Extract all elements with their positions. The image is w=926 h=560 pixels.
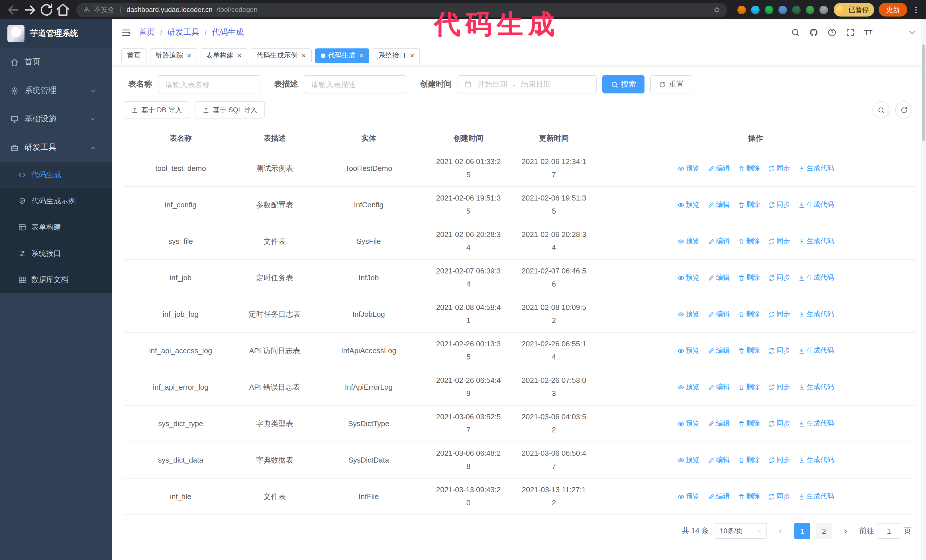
tab-close-icon[interactable]: ×	[187, 52, 191, 59]
action-sync-link[interactable]: 同步	[768, 200, 790, 210]
action-generate-link[interactable]: 生成代码	[798, 236, 834, 246]
action-edit-link[interactable]: 编辑	[707, 419, 730, 429]
breadcrumb-tools[interactable]: 研发工具	[168, 27, 200, 38]
import-db-button[interactable]: 基于 DB 导入	[124, 101, 189, 118]
tab-2[interactable]: 表单构建×	[200, 48, 247, 63]
check-extension-icon[interactable]	[765, 5, 773, 14]
fox-extension-icon[interactable]	[737, 5, 746, 14]
action-preview-link[interactable]: 预览	[677, 455, 699, 465]
sidebar-item-3[interactable]: 研发工具	[0, 133, 112, 162]
action-preview-link[interactable]: 预览	[677, 163, 699, 173]
sidebar-item-0[interactable]: 首页	[0, 48, 112, 76]
action-generate-link[interactable]: 生成代码	[798, 492, 834, 501]
forward-icon[interactable]	[22, 2, 38, 17]
action-preview-link[interactable]: 预览	[677, 309, 699, 319]
sidebar-collapse-icon[interactable]	[121, 28, 131, 37]
action-delete-link[interactable]: 删除	[738, 382, 760, 392]
submenu-item-2[interactable]: 表单构建	[0, 214, 112, 240]
bookmark-star-icon[interactable]	[713, 6, 720, 13]
leaf-extension-icon[interactable]	[806, 5, 814, 14]
sidebar-item-2[interactable]: 基础设施	[0, 105, 112, 133]
next-page-button[interactable]: ›	[838, 523, 853, 539]
breadcrumb-codegen[interactable]: 代码生成	[212, 27, 244, 38]
action-delete-link[interactable]: 删除	[738, 273, 760, 282]
tab-close-icon[interactable]: ×	[410, 52, 414, 59]
scrollbar-thumb[interactable]	[922, 44, 925, 141]
action-sync-link[interactable]: 同步	[768, 346, 790, 355]
page-button-1[interactable]: 1	[794, 523, 810, 539]
action-edit-link[interactable]: 编辑	[707, 455, 730, 465]
refresh-table-button[interactable]	[895, 101, 912, 118]
action-generate-link[interactable]: 生成代码	[798, 382, 834, 392]
action-generate-link[interactable]: 生成代码	[798, 163, 834, 173]
action-sync-link[interactable]: 同步	[768, 382, 790, 392]
action-delete-link[interactable]: 删除	[738, 346, 760, 355]
action-preview-link[interactable]: 预览	[677, 273, 699, 282]
action-preview-link[interactable]: 预览	[677, 382, 699, 392]
action-edit-link[interactable]: 编辑	[707, 163, 730, 173]
table-desc-input[interactable]	[304, 75, 406, 94]
users-extension-icon[interactable]	[778, 5, 787, 14]
reset-button[interactable]: 重置	[650, 75, 692, 94]
action-preview-link[interactable]: 预览	[677, 419, 699, 429]
action-delete-link[interactable]: 删除	[738, 200, 760, 210]
action-delete-link[interactable]: 删除	[738, 163, 760, 173]
action-preview-link[interactable]: 预览	[677, 492, 699, 501]
action-sync-link[interactable]: 同步	[768, 309, 790, 319]
action-sync-link[interactable]: 同步	[768, 492, 790, 501]
action-delete-link[interactable]: 删除	[738, 492, 760, 501]
action-edit-link[interactable]: 编辑	[707, 309, 730, 319]
page-size-select[interactable]: 10条/页	[714, 523, 767, 539]
action-sync-link[interactable]: 同步	[768, 273, 790, 282]
tab-1[interactable]: 链路追踪×	[150, 48, 197, 63]
submenu-item-1[interactable]: 代码生成示例	[0, 188, 112, 214]
tab-4[interactable]: 代码生成×	[315, 48, 369, 63]
action-edit-link[interactable]: 编辑	[707, 273, 730, 282]
puzzle-extension-icon[interactable]	[819, 5, 828, 14]
chrome-menu-icon[interactable]	[912, 5, 920, 14]
github-icon[interactable]	[809, 28, 819, 37]
action-sync-link[interactable]: 同步	[768, 163, 790, 173]
action-preview-link[interactable]: 预览	[677, 200, 699, 210]
tab-0[interactable]: 首页	[121, 48, 147, 63]
avatar-caret-icon[interactable]	[908, 28, 917, 37]
tab-5[interactable]: 系统接口×	[373, 48, 420, 63]
home-chrome-icon[interactable]	[55, 2, 71, 17]
tab-3[interactable]: 代码生成示例×	[251, 48, 312, 63]
date-range-picker[interactable]: 开始日期 - 结束日期	[458, 75, 597, 94]
action-generate-link[interactable]: 生成代码	[798, 455, 834, 465]
action-edit-link[interactable]: 编辑	[707, 382, 730, 392]
table-name-input[interactable]	[158, 75, 260, 94]
search-button[interactable]: 搜索	[602, 75, 645, 94]
action-edit-link[interactable]: 编辑	[707, 236, 730, 246]
action-generate-link[interactable]: 生成代码	[798, 346, 834, 355]
back-icon[interactable]	[6, 2, 21, 17]
action-edit-link[interactable]: 编辑	[707, 200, 730, 210]
profile-paused-chip[interactable]: 已暂停	[834, 3, 874, 17]
action-delete-link[interactable]: 删除	[738, 419, 760, 429]
action-delete-link[interactable]: 删除	[738, 455, 760, 465]
action-generate-link[interactable]: 生成代码	[798, 419, 834, 429]
help-icon[interactable]	[828, 28, 837, 37]
action-generate-link[interactable]: 生成代码	[798, 200, 834, 210]
action-sync-link[interactable]: 同步	[768, 419, 790, 429]
tab-close-icon[interactable]: ×	[360, 52, 364, 59]
action-generate-link[interactable]: 生成代码	[798, 273, 834, 282]
search-icon[interactable]	[791, 28, 800, 37]
sidebar-logo[interactable]: 芋道管理系统	[0, 20, 112, 48]
action-sync-link[interactable]: 同步	[768, 455, 790, 465]
font-size-icon[interactable]: TT	[864, 29, 872, 36]
breadcrumb-home[interactable]: 首页	[139, 27, 155, 38]
import-sql-button[interactable]: 基于 SQL 导入	[195, 101, 265, 118]
action-delete-link[interactable]: 删除	[738, 309, 760, 319]
tab-close-icon[interactable]: ×	[238, 52, 242, 59]
address-bar[interactable]: 不安全 | dashboard.yudao.iocoder.cn /tool/c…	[76, 3, 727, 17]
submenu-item-3[interactable]: 系统接口	[0, 240, 112, 267]
action-edit-link[interactable]: 编辑	[707, 492, 730, 501]
drop-extension-icon[interactable]	[751, 5, 760, 14]
action-sync-link[interactable]: 同步	[768, 236, 790, 246]
toggle-search-button[interactable]	[872, 101, 890, 118]
user-avatar[interactable]	[882, 24, 899, 41]
action-preview-link[interactable]: 预览	[677, 236, 699, 246]
tab-close-icon[interactable]: ×	[301, 52, 306, 59]
